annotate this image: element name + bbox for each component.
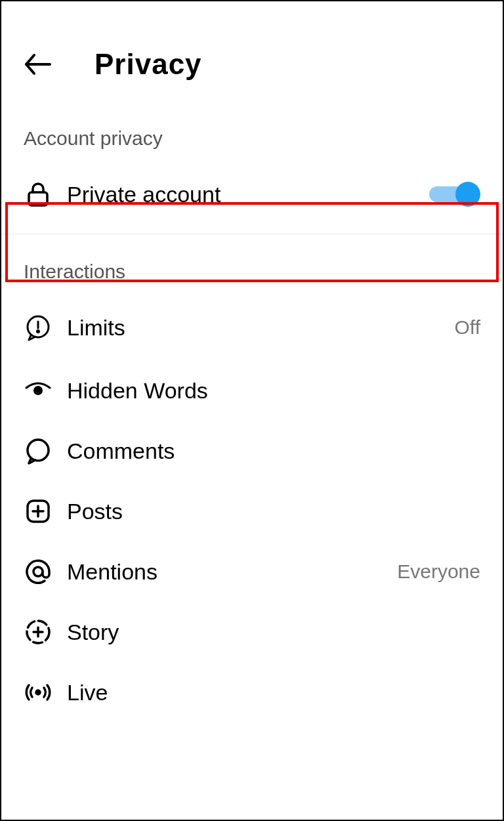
comment-icon	[24, 436, 52, 465]
row-mentions[interactable]: Mentions Everyone	[1, 541, 503, 602]
story-plus-icon	[24, 618, 52, 646]
comments-label: Comments	[67, 438, 480, 464]
section-interactions: Interactions	[1, 234, 503, 295]
svg-point-5	[33, 386, 43, 395]
svg-point-14	[36, 690, 40, 694]
page-title: Privacy	[94, 48, 202, 81]
story-label: Story	[67, 620, 480, 645]
posts-label: Posts	[67, 499, 480, 524]
at-icon	[24, 557, 52, 586]
live-label: Live	[67, 680, 480, 705]
hidden-words-label: Hidden Words	[67, 378, 480, 404]
limits-label: Limits	[67, 315, 455, 341]
svg-point-6	[28, 440, 49, 461]
row-limits[interactable]: Limits Off	[1, 295, 503, 360]
back-button[interactable]	[21, 47, 55, 81]
svg-point-4	[37, 331, 39, 333]
section-account-privacy: Account privacy	[1, 114, 503, 161]
plus-square-icon	[24, 497, 52, 526]
arrow-left-icon	[22, 49, 54, 80]
alert-bubble-icon	[24, 313, 52, 342]
svg-rect-1	[29, 192, 47, 205]
row-posts[interactable]: Posts	[1, 481, 503, 541]
header-bar: Privacy	[1, 1, 503, 114]
mentions-label: Mentions	[67, 559, 397, 585]
mentions-value: Everyone	[397, 560, 480, 583]
limits-value: Off	[455, 316, 480, 339]
svg-point-10	[33, 567, 43, 576]
private-account-toggle[interactable]	[429, 182, 480, 207]
lock-icon	[24, 180, 52, 209]
row-story[interactable]: Story	[1, 602, 503, 662]
row-live[interactable]: Live	[1, 662, 503, 723]
row-private-account[interactable]: Private account	[1, 161, 503, 227]
row-hidden-words[interactable]: Hidden Words	[1, 360, 503, 421]
live-broadcast-icon	[24, 678, 52, 707]
row-comments[interactable]: Comments	[1, 421, 503, 481]
eye-hidden-icon	[24, 376, 52, 405]
private-account-label: Private account	[67, 182, 429, 207]
